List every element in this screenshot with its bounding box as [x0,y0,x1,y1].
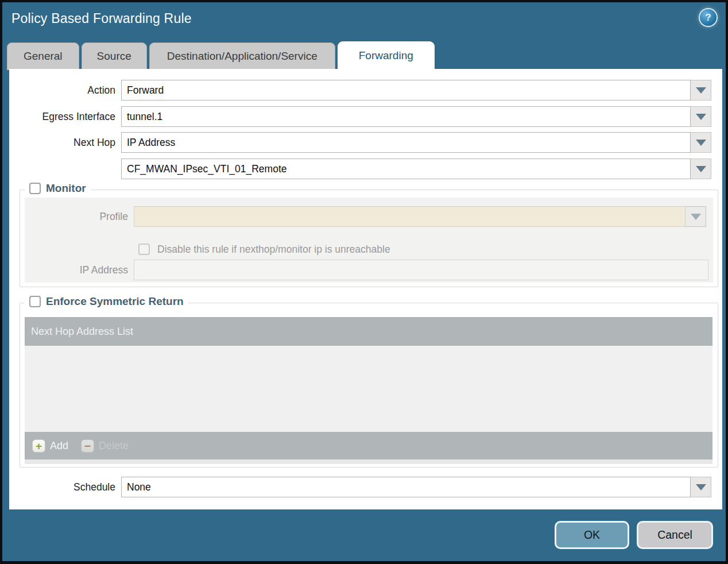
monitor-legend: Monitor [25,182,91,195]
schedule-dropdown-button[interactable] [691,477,711,497]
table-toolbar: + Add − Delete [25,432,712,459]
cancel-button[interactable]: Cancel [637,521,713,549]
delete-button-label: Delete [99,440,129,452]
next-hop-address-row: CF_MWAN_IPsec_VTI_01_Remote [9,159,711,179]
chevron-down-icon [691,214,701,220]
monitor-title: Monitor [46,182,86,195]
action-row: Action Forward [9,80,711,101]
chevron-down-icon [696,484,706,490]
next-hop-address-list-body[interactable] [25,346,712,432]
next-hop-dropdown-button[interactable] [691,132,711,153]
next-hop-type-select[interactable]: IP Address [121,132,691,153]
action-dropdown-button[interactable] [691,80,711,101]
tab-bar: General Source Destination/Application/S… [7,41,435,70]
next-hop-label: Next Hop [9,137,121,149]
plus-icon: + [32,439,45,453]
enforce-symmetric-return-legend: Enforce Symmetric Return [25,295,188,308]
chevron-down-icon [696,140,706,146]
tab-forwarding[interactable]: Forwarding [338,41,435,70]
policy-based-forwarding-dialog: Policy Based Forwarding Rule ? General S… [2,2,726,561]
delete-button: − Delete [81,439,129,453]
schedule-select[interactable]: None [121,477,691,497]
schedule-label: Schedule [9,481,121,493]
column-header-label: Next Hop Address List [31,326,133,338]
forwarding-tab-panel: Action Forward Egress Interface tunnel.1 [9,69,722,509]
tab-source[interactable]: Source [82,43,147,70]
monitor-ip-address-label: IP Address [25,264,134,276]
profile-label: Profile [25,211,134,223]
monitor-checkbox[interactable] [29,183,41,194]
next-hop-address-select[interactable]: CF_MWAN_IPsec_VTI_01_Remote [121,159,691,179]
monitor-panel: Profile Disable this rule if nexthop/mon… [25,198,713,283]
add-button-label: Add [50,440,68,452]
enforce-symmetric-return-title: Enforce Symmetric Return [46,295,184,308]
disable-rule-label: Disable this rule if nexthop/monitor ip … [157,244,390,256]
chevron-down-icon [696,166,706,172]
disable-rule-checkbox [138,244,150,255]
next-hop-address-dropdown-button[interactable] [691,159,711,179]
action-label: Action [9,84,121,96]
disable-rule-row: Disable this rule if nexthop/monitor ip … [138,242,390,256]
egress-interface-dropdown-button[interactable] [691,106,711,127]
tab-general[interactable]: General [7,43,79,70]
profile-dropdown-button [686,206,706,227]
egress-interface-label: Egress Interface [9,111,121,123]
schedule-row: Schedule None [9,477,711,497]
profile-row: Profile [25,206,706,227]
monitor-ip-address-row: IP Address [25,260,708,280]
monitor-fieldset: Monitor Profile Disabl [20,190,718,287]
help-glyph: ? [705,12,711,24]
screenshot-frame: Policy Based Forwarding Rule ? General S… [0,0,728,564]
tab-label: Source [97,50,131,63]
chevron-down-icon [696,87,706,94]
dialog-footer-actions: OK Cancel [555,521,713,549]
help-icon[interactable]: ? [700,9,717,26]
action-select[interactable]: Forward [121,80,691,101]
tab-destination-application-service[interactable]: Destination/Application/Service [149,43,335,70]
next-hop-address-list-header: Next Hop Address List [25,317,712,346]
egress-interface-row: Egress Interface tunnel.1 [9,106,711,127]
tab-label: General [24,50,63,63]
tab-label: Forwarding [359,49,413,62]
profile-select [134,206,686,227]
table-scrollbar-track [25,459,712,464]
dialog-title: Policy Based Forwarding Rule [11,11,192,26]
chevron-down-icon [696,114,706,120]
tab-label: Destination/Application/Service [167,50,317,63]
ok-button[interactable]: OK [555,521,629,549]
minus-icon: − [81,439,94,453]
add-button[interactable]: + Add [32,439,68,453]
enforce-symmetric-return-fieldset: Enforce Symmetric Return Next Hop Addres… [20,303,718,468]
egress-interface-select[interactable]: tunnel.1 [121,106,691,127]
monitor-ip-address-input [134,260,708,280]
next-hop-address-table: Next Hop Address List + Add − Delete [25,317,712,464]
next-hop-row: Next Hop IP Address [9,132,711,153]
enforce-symmetric-return-checkbox[interactable] [29,296,41,307]
